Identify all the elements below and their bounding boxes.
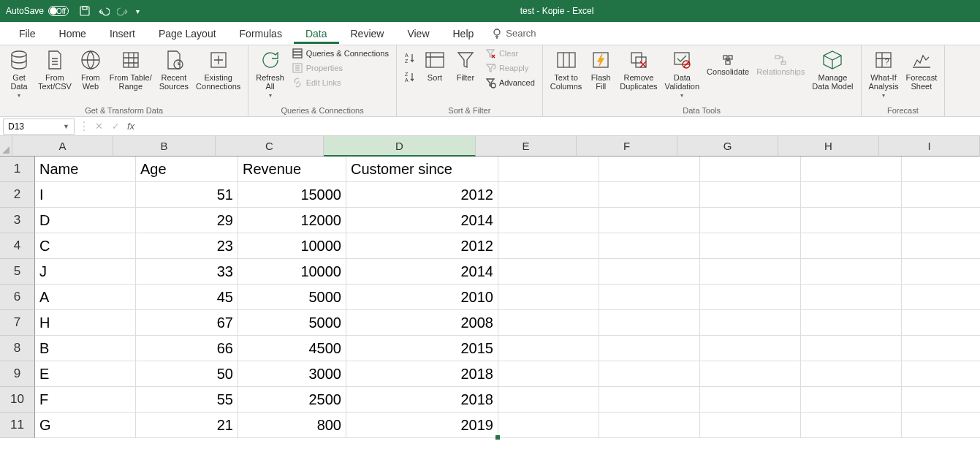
row-header-8[interactable]: 8 (0, 336, 35, 361)
reapply-button[interactable]: Reapply (482, 61, 538, 75)
cell-E2[interactable] (498, 182, 599, 208)
cell-G3[interactable] (700, 208, 801, 233)
flash-fill-button[interactable]: Flash Fill (586, 47, 615, 92)
row-header-11[interactable]: 11 (0, 413, 35, 438)
cell-B9[interactable]: 50 (136, 361, 238, 387)
cell-C3[interactable]: 12000 (238, 208, 346, 233)
tab-data[interactable]: Data (294, 23, 339, 44)
row-header-3[interactable]: 3 (0, 208, 35, 233)
column-header-C[interactable]: C (216, 136, 324, 157)
cell-D10[interactable]: 2018 (346, 387, 498, 413)
row-header-4[interactable]: 4 (0, 233, 35, 259)
cell-E6[interactable] (498, 285, 599, 310)
tab-page-layout[interactable]: Page Layout (147, 23, 228, 44)
cell-C6[interactable]: 5000 (238, 285, 346, 310)
cell-E10[interactable] (498, 387, 599, 413)
cell-F7[interactable] (599, 310, 700, 336)
cell-H8[interactable] (801, 336, 902, 361)
column-header-B[interactable]: B (113, 136, 216, 157)
cell-G7[interactable] (700, 310, 801, 336)
cell-H6[interactable] (801, 285, 902, 310)
column-header-I[interactable]: I (879, 136, 980, 157)
cell-I9[interactable] (902, 361, 980, 387)
cell-A10[interactable]: F (35, 387, 136, 413)
advanced-filter-button[interactable]: Advanced (482, 76, 538, 89)
cell-I6[interactable] (902, 285, 980, 310)
column-header-F[interactable]: F (577, 136, 677, 157)
row-header-1[interactable]: 1 (0, 157, 35, 182)
name-box[interactable]: D13 ▼ (3, 118, 75, 135)
cell-H7[interactable] (801, 310, 902, 336)
row-header-6[interactable]: 6 (0, 285, 35, 310)
chevron-down-icon[interactable]: ▼ (63, 123, 69, 130)
cells-area[interactable]: NameAgeRevenueCustomer sinceI51150002012… (35, 157, 980, 438)
cell-B1[interactable]: Age (136, 157, 238, 182)
row-header-5[interactable]: 5 (0, 259, 35, 285)
remove-duplicates-button[interactable]: Remove Duplicates (617, 47, 660, 92)
cell-D1[interactable]: Customer since (346, 157, 498, 182)
cell-E8[interactable] (498, 336, 599, 361)
cell-A11[interactable]: G (35, 413, 136, 438)
cell-D7[interactable]: 2008 (346, 310, 498, 336)
cell-I7[interactable] (902, 310, 980, 336)
cell-B2[interactable]: 51 (136, 182, 238, 208)
cell-C5[interactable]: 10000 (238, 259, 346, 285)
from-table-button[interactable]: From Table/ Range (107, 47, 155, 92)
cell-F6[interactable] (599, 285, 700, 310)
cell-B4[interactable]: 23 (136, 233, 238, 259)
cell-D2[interactable]: 2012 (346, 182, 498, 208)
cell-A7[interactable]: H (35, 310, 136, 336)
cell-A3[interactable]: D (35, 208, 136, 233)
cell-F10[interactable] (599, 387, 700, 413)
cell-I1[interactable] (902, 157, 980, 182)
cell-G9[interactable] (700, 361, 801, 387)
cell-A2[interactable]: I (35, 182, 136, 208)
undo-icon[interactable] (98, 5, 110, 17)
column-header-E[interactable]: E (476, 136, 577, 157)
cell-I3[interactable] (902, 208, 980, 233)
fx-icon[interactable]: fx (124, 121, 137, 132)
cell-B8[interactable]: 66 (136, 336, 238, 361)
cell-D8[interactable]: 2015 (346, 336, 498, 361)
cell-D4[interactable]: 2012 (346, 233, 498, 259)
cell-I5[interactable] (902, 259, 980, 285)
cell-H9[interactable] (801, 361, 902, 387)
relationships-button[interactable]: Relationships (753, 47, 808, 78)
cell-H4[interactable] (801, 233, 902, 259)
row-header-2[interactable]: 2 (0, 182, 35, 208)
formula-input[interactable] (137, 118, 980, 135)
cell-I8[interactable] (902, 336, 980, 361)
cell-G10[interactable] (700, 387, 801, 413)
cell-A1[interactable]: Name (35, 157, 136, 182)
save-icon[interactable] (79, 5, 91, 17)
cell-G4[interactable] (700, 233, 801, 259)
cell-G1[interactable] (700, 157, 801, 182)
select-all-corner[interactable] (0, 136, 12, 157)
recent-sources-button[interactable]: Recent Sources (156, 47, 191, 92)
tab-insert[interactable]: Insert (98, 23, 147, 44)
cell-G11[interactable] (700, 413, 801, 438)
clear-filter-button[interactable]: Clear (482, 47, 538, 60)
cell-F8[interactable] (599, 336, 700, 361)
cell-F2[interactable] (599, 182, 700, 208)
cell-B11[interactable]: 21 (136, 413, 238, 438)
existing-conn-button[interactable]: Existing Connections (193, 47, 243, 92)
cell-A5[interactable]: J (35, 259, 136, 285)
column-header-D[interactable]: D (324, 136, 476, 157)
cell-H3[interactable] (801, 208, 902, 233)
forecast-sheet-button[interactable]: Forecast Sheet (903, 47, 940, 92)
cell-C1[interactable]: Revenue (238, 157, 346, 182)
what-if-button[interactable]: ? What-If Analysis▾ (866, 47, 902, 100)
cell-E7[interactable] (498, 310, 599, 336)
cell-B3[interactable]: 29 (136, 208, 238, 233)
redo-icon[interactable] (117, 5, 129, 17)
cell-C9[interactable]: 3000 (238, 361, 346, 387)
cell-H2[interactable] (801, 182, 902, 208)
cell-H11[interactable] (801, 413, 902, 438)
cell-C11[interactable]: 800 (238, 413, 346, 438)
cell-E5[interactable] (498, 259, 599, 285)
row-header-9[interactable]: 9 (0, 361, 35, 387)
cell-E1[interactable] (498, 157, 599, 182)
queries-connections-button[interactable]: Queries & Connections (289, 47, 392, 60)
cell-E11[interactable] (498, 413, 599, 438)
